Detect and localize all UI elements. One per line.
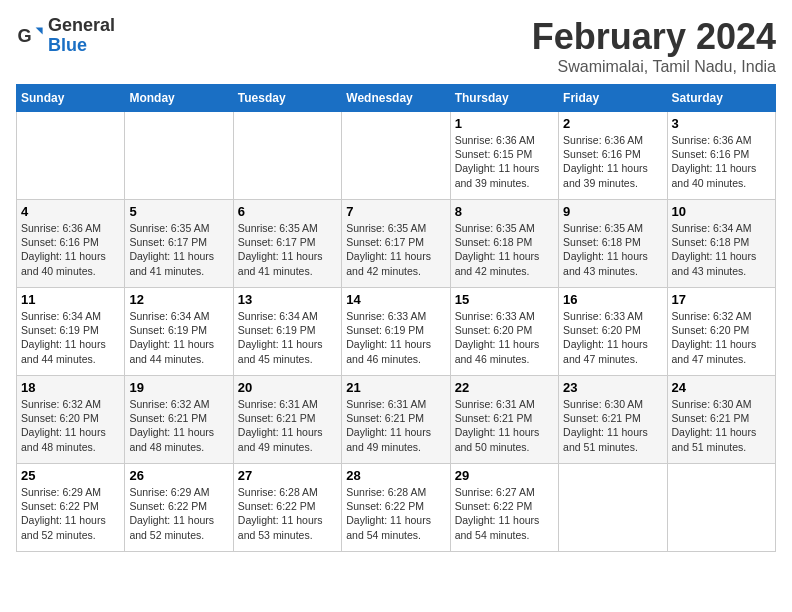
calendar-cell: 27Sunrise: 6:28 AMSunset: 6:22 PMDayligh… — [233, 464, 341, 552]
cell-info-text: Sunrise: 6:31 AMSunset: 6:21 PMDaylight:… — [455, 397, 554, 454]
day-header-row: SundayMondayTuesdayWednesdayThursdayFrid… — [17, 85, 776, 112]
day-header-saturday: Saturday — [667, 85, 775, 112]
calendar-cell: 14Sunrise: 6:33 AMSunset: 6:19 PMDayligh… — [342, 288, 450, 376]
calendar-week-4: 18Sunrise: 6:32 AMSunset: 6:20 PMDayligh… — [17, 376, 776, 464]
day-header-monday: Monday — [125, 85, 233, 112]
cell-day-number: 20 — [238, 380, 337, 395]
calendar-cell: 11Sunrise: 6:34 AMSunset: 6:19 PMDayligh… — [17, 288, 125, 376]
calendar-cell: 6Sunrise: 6:35 AMSunset: 6:17 PMDaylight… — [233, 200, 341, 288]
cell-day-number: 11 — [21, 292, 120, 307]
cell-info-text: Sunrise: 6:32 AMSunset: 6:20 PMDaylight:… — [21, 397, 120, 454]
day-header-tuesday: Tuesday — [233, 85, 341, 112]
calendar-cell: 29Sunrise: 6:27 AMSunset: 6:22 PMDayligh… — [450, 464, 558, 552]
calendar-week-3: 11Sunrise: 6:34 AMSunset: 6:19 PMDayligh… — [17, 288, 776, 376]
calendar-cell: 9Sunrise: 6:35 AMSunset: 6:18 PMDaylight… — [559, 200, 667, 288]
cell-day-number: 18 — [21, 380, 120, 395]
cell-day-number: 24 — [672, 380, 771, 395]
calendar-cell: 1Sunrise: 6:36 AMSunset: 6:15 PMDaylight… — [450, 112, 558, 200]
cell-day-number: 9 — [563, 204, 662, 219]
logo-general-text: General — [48, 16, 115, 36]
svg-text:G: G — [17, 25, 31, 45]
cell-info-text: Sunrise: 6:34 AMSunset: 6:19 PMDaylight:… — [238, 309, 337, 366]
cell-info-text: Sunrise: 6:34 AMSunset: 6:19 PMDaylight:… — [129, 309, 228, 366]
cell-info-text: Sunrise: 6:32 AMSunset: 6:21 PMDaylight:… — [129, 397, 228, 454]
cell-info-text: Sunrise: 6:30 AMSunset: 6:21 PMDaylight:… — [672, 397, 771, 454]
calendar-cell — [233, 112, 341, 200]
calendar-cell: 23Sunrise: 6:30 AMSunset: 6:21 PMDayligh… — [559, 376, 667, 464]
cell-day-number: 4 — [21, 204, 120, 219]
cell-info-text: Sunrise: 6:31 AMSunset: 6:21 PMDaylight:… — [346, 397, 445, 454]
cell-info-text: Sunrise: 6:36 AMSunset: 6:16 PMDaylight:… — [672, 133, 771, 190]
calendar-cell: 19Sunrise: 6:32 AMSunset: 6:21 PMDayligh… — [125, 376, 233, 464]
cell-info-text: Sunrise: 6:36 AMSunset: 6:16 PMDaylight:… — [563, 133, 662, 190]
logo-text: General Blue — [48, 16, 115, 56]
cell-day-number: 12 — [129, 292, 228, 307]
cell-day-number: 7 — [346, 204, 445, 219]
calendar-cell: 26Sunrise: 6:29 AMSunset: 6:22 PMDayligh… — [125, 464, 233, 552]
cell-day-number: 6 — [238, 204, 337, 219]
calendar-cell: 2Sunrise: 6:36 AMSunset: 6:16 PMDaylight… — [559, 112, 667, 200]
cell-day-number: 27 — [238, 468, 337, 483]
cell-day-number: 26 — [129, 468, 228, 483]
calendar-cell: 13Sunrise: 6:34 AMSunset: 6:19 PMDayligh… — [233, 288, 341, 376]
cell-info-text: Sunrise: 6:34 AMSunset: 6:18 PMDaylight:… — [672, 221, 771, 278]
calendar-cell: 16Sunrise: 6:33 AMSunset: 6:20 PMDayligh… — [559, 288, 667, 376]
svg-marker-1 — [36, 27, 43, 34]
cell-info-text: Sunrise: 6:32 AMSunset: 6:20 PMDaylight:… — [672, 309, 771, 366]
cell-info-text: Sunrise: 6:30 AMSunset: 6:21 PMDaylight:… — [563, 397, 662, 454]
cell-day-number: 28 — [346, 468, 445, 483]
cell-info-text: Sunrise: 6:33 AMSunset: 6:19 PMDaylight:… — [346, 309, 445, 366]
day-header-wednesday: Wednesday — [342, 85, 450, 112]
day-header-sunday: Sunday — [17, 85, 125, 112]
calendar-cell: 8Sunrise: 6:35 AMSunset: 6:18 PMDaylight… — [450, 200, 558, 288]
calendar-cell: 7Sunrise: 6:35 AMSunset: 6:17 PMDaylight… — [342, 200, 450, 288]
cell-info-text: Sunrise: 6:31 AMSunset: 6:21 PMDaylight:… — [238, 397, 337, 454]
logo: G General Blue — [16, 16, 115, 56]
cell-day-number: 15 — [455, 292, 554, 307]
cell-day-number: 21 — [346, 380, 445, 395]
calendar-cell: 25Sunrise: 6:29 AMSunset: 6:22 PMDayligh… — [17, 464, 125, 552]
cell-day-number: 14 — [346, 292, 445, 307]
day-header-friday: Friday — [559, 85, 667, 112]
main-title: February 2024 — [532, 16, 776, 58]
cell-day-number: 8 — [455, 204, 554, 219]
calendar-cell: 18Sunrise: 6:32 AMSunset: 6:20 PMDayligh… — [17, 376, 125, 464]
cell-info-text: Sunrise: 6:35 AMSunset: 6:18 PMDaylight:… — [563, 221, 662, 278]
calendar-cell: 5Sunrise: 6:35 AMSunset: 6:17 PMDaylight… — [125, 200, 233, 288]
cell-day-number: 19 — [129, 380, 228, 395]
calendar-cell — [342, 112, 450, 200]
calendar-table: SundayMondayTuesdayWednesdayThursdayFrid… — [16, 84, 776, 552]
cell-day-number: 3 — [672, 116, 771, 131]
cell-day-number: 25 — [21, 468, 120, 483]
cell-info-text: Sunrise: 6:33 AMSunset: 6:20 PMDaylight:… — [455, 309, 554, 366]
calendar-cell — [667, 464, 775, 552]
cell-day-number: 22 — [455, 380, 554, 395]
day-header-thursday: Thursday — [450, 85, 558, 112]
calendar-cell: 3Sunrise: 6:36 AMSunset: 6:16 PMDaylight… — [667, 112, 775, 200]
cell-info-text: Sunrise: 6:34 AMSunset: 6:19 PMDaylight:… — [21, 309, 120, 366]
cell-day-number: 23 — [563, 380, 662, 395]
cell-info-text: Sunrise: 6:35 AMSunset: 6:18 PMDaylight:… — [455, 221, 554, 278]
calendar-cell: 22Sunrise: 6:31 AMSunset: 6:21 PMDayligh… — [450, 376, 558, 464]
calendar-cell: 15Sunrise: 6:33 AMSunset: 6:20 PMDayligh… — [450, 288, 558, 376]
cell-info-text: Sunrise: 6:28 AMSunset: 6:22 PMDaylight:… — [238, 485, 337, 542]
calendar-cell: 24Sunrise: 6:30 AMSunset: 6:21 PMDayligh… — [667, 376, 775, 464]
header: G General Blue February 2024 Swamimalai,… — [16, 16, 776, 76]
calendar-cell: 17Sunrise: 6:32 AMSunset: 6:20 PMDayligh… — [667, 288, 775, 376]
cell-info-text: Sunrise: 6:33 AMSunset: 6:20 PMDaylight:… — [563, 309, 662, 366]
calendar-cell: 20Sunrise: 6:31 AMSunset: 6:21 PMDayligh… — [233, 376, 341, 464]
calendar-cell — [125, 112, 233, 200]
cell-info-text: Sunrise: 6:29 AMSunset: 6:22 PMDaylight:… — [129, 485, 228, 542]
cell-info-text: Sunrise: 6:36 AMSunset: 6:16 PMDaylight:… — [21, 221, 120, 278]
subtitle: Swamimalai, Tamil Nadu, India — [532, 58, 776, 76]
cell-info-text: Sunrise: 6:36 AMSunset: 6:15 PMDaylight:… — [455, 133, 554, 190]
cell-info-text: Sunrise: 6:29 AMSunset: 6:22 PMDaylight:… — [21, 485, 120, 542]
cell-info-text: Sunrise: 6:27 AMSunset: 6:22 PMDaylight:… — [455, 485, 554, 542]
cell-info-text: Sunrise: 6:35 AMSunset: 6:17 PMDaylight:… — [346, 221, 445, 278]
title-area: February 2024 Swamimalai, Tamil Nadu, In… — [532, 16, 776, 76]
cell-day-number: 29 — [455, 468, 554, 483]
calendar-cell — [17, 112, 125, 200]
cell-info-text: Sunrise: 6:35 AMSunset: 6:17 PMDaylight:… — [129, 221, 228, 278]
calendar-cell: 10Sunrise: 6:34 AMSunset: 6:18 PMDayligh… — [667, 200, 775, 288]
calendar-cell: 21Sunrise: 6:31 AMSunset: 6:21 PMDayligh… — [342, 376, 450, 464]
